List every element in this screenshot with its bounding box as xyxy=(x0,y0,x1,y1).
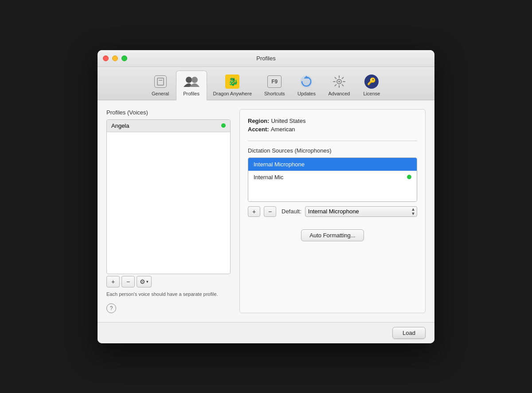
region-label: Region: xyxy=(248,118,269,124)
titlebar: Profiles xyxy=(98,50,434,67)
remove-mic-button[interactable]: − xyxy=(264,206,276,217)
help-button[interactable]: ? xyxy=(106,303,116,313)
mic-active-dot xyxy=(407,175,411,179)
license-icon: 🔑 xyxy=(364,74,379,90)
mic-list-empty-space xyxy=(248,184,417,201)
dragon-icon: 🐉 xyxy=(224,74,240,90)
tab-license-label: License xyxy=(363,91,380,96)
region-row: Region: United States xyxy=(248,118,417,124)
svg-point-8 xyxy=(338,81,340,83)
svg-text:🐉: 🐉 xyxy=(228,77,238,86)
updates-icon xyxy=(298,74,314,90)
tab-dragon[interactable]: 🐉 Dragon Anywhere xyxy=(207,71,258,100)
region-value: United States xyxy=(271,118,305,124)
tab-updates-label: Updates xyxy=(297,91,316,96)
svg-line-14 xyxy=(342,84,344,86)
gear-icon: ⚙ xyxy=(140,278,145,285)
remove-profile-button[interactable]: − xyxy=(121,276,135,287)
accent-row: Accent: American xyxy=(248,126,417,133)
main-window: Profiles General xyxy=(98,50,434,343)
close-button[interactable] xyxy=(103,55,109,61)
tab-updates[interactable]: Updates xyxy=(291,71,322,100)
accent-label: Accent: xyxy=(248,126,269,133)
right-panel: Region: United States Accent: American D… xyxy=(239,109,426,313)
dictation-sources-title: Dictation Sources (Microphones) xyxy=(248,147,417,154)
profile-active-dot xyxy=(221,123,226,128)
mic-name-internal-microphone: Internal Microphone xyxy=(254,161,305,168)
tab-shortcuts-label: Shortcuts xyxy=(264,91,285,96)
tab-advanced-label: Advanced xyxy=(328,91,350,96)
advanced-icon xyxy=(331,74,347,90)
svg-rect-0 xyxy=(157,78,164,85)
window-title: Profiles xyxy=(256,55,275,62)
profile-toolbar-buttons: + − ⚙ ▾ xyxy=(106,276,231,287)
svg-line-13 xyxy=(335,77,336,79)
tab-advanced[interactable]: Advanced xyxy=(322,71,356,100)
toolbar: General Profiles 🐉 xyxy=(98,67,434,100)
gear-dropdown-button[interactable]: ⚙ ▾ xyxy=(137,276,152,287)
microphone-list: Internal Microphone Internal Mic xyxy=(248,157,417,202)
accent-value: American xyxy=(271,126,295,133)
auto-formatting-button[interactable]: Auto Formatting... xyxy=(301,229,364,241)
mic-item-internal-mic[interactable]: Internal Mic xyxy=(248,171,417,184)
mic-item-internal-microphone[interactable]: Internal Microphone xyxy=(248,158,417,171)
tab-profiles[interactable]: Profiles xyxy=(176,71,207,100)
tab-profiles-label: Profiles xyxy=(183,91,200,96)
tab-general[interactable]: General xyxy=(145,71,176,100)
left-panel: Profiles (Voices) Angela + − ⚙ ▾ Each pe… xyxy=(106,109,231,313)
general-icon xyxy=(153,74,168,90)
profile-item-angela[interactable]: Angela xyxy=(107,120,230,132)
svg-point-3 xyxy=(192,77,198,83)
profiles-icon xyxy=(184,74,200,90)
add-profile-button[interactable]: + xyxy=(106,276,120,287)
tab-license[interactable]: 🔑 License xyxy=(356,71,387,100)
minimize-button[interactable] xyxy=(112,55,118,61)
divider xyxy=(248,141,417,141)
profile-help-text: Each person's voice should have a separa… xyxy=(106,291,231,298)
svg-point-2 xyxy=(186,77,192,83)
load-button[interactable]: Load xyxy=(392,327,426,339)
svg-line-16 xyxy=(335,84,336,86)
default-mic-select[interactable]: Internal Microphone xyxy=(305,206,417,217)
default-mic-row: + − Default: Internal Microphone ▲ ▼ xyxy=(248,206,417,217)
bottom-bar: Load xyxy=(98,322,434,343)
content-area: Profiles (Voices) Angela + − ⚙ ▾ Each pe… xyxy=(98,100,434,322)
svg-line-15 xyxy=(342,77,344,79)
profile-name: Angela xyxy=(111,122,129,129)
mic-name-internal-mic: Internal Mic xyxy=(254,174,283,181)
default-label: Default: xyxy=(282,208,301,215)
tab-general-label: General xyxy=(152,91,169,96)
tab-shortcuts[interactable]: F9 Shortcuts xyxy=(258,71,291,100)
shortcuts-icon: F9 xyxy=(266,74,282,90)
tab-dragon-label: Dragon Anywhere xyxy=(213,91,252,96)
traffic-lights xyxy=(103,55,127,61)
default-mic-select-wrapper: Internal Microphone ▲ ▼ xyxy=(305,206,417,217)
profiles-list: Angela xyxy=(106,119,231,275)
gear-chevron-icon: ▾ xyxy=(146,279,149,284)
add-mic-button[interactable]: + xyxy=(248,206,260,217)
profiles-panel-title: Profiles (Voices) xyxy=(106,109,231,116)
maximize-button[interactable] xyxy=(121,55,127,61)
